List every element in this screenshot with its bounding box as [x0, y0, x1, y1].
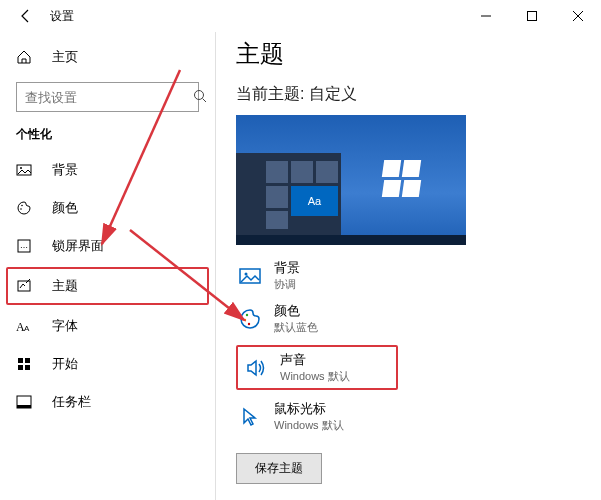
svg-line-5 [203, 98, 207, 102]
svg-point-24 [246, 313, 248, 315]
sidebar-section-label: 个性化 [0, 126, 215, 151]
home-icon [16, 49, 34, 65]
svg-point-7 [20, 167, 22, 169]
sidebar-item-taskbar[interactable]: 任务栏 [0, 383, 215, 421]
sidebar-item-background[interactable]: 背景 [0, 151, 215, 189]
setting-value: 默认蓝色 [274, 320, 318, 335]
back-button[interactable] [16, 6, 36, 26]
palette-icon [236, 305, 264, 333]
svg-point-25 [248, 322, 250, 324]
taskbar-icon [16, 394, 34, 410]
setting-value: Windows 默认 [280, 369, 390, 384]
palette-icon [16, 200, 34, 216]
sidebar-item-label: 主题 [52, 277, 78, 295]
arrow-left-icon [18, 8, 34, 24]
page-title: 主题 [236, 38, 581, 70]
svg-point-9 [21, 205, 23, 207]
window-title: 设置 [50, 8, 74, 25]
setting-title: 背景 [274, 259, 300, 277]
sidebar-item-label: 字体 [52, 317, 78, 335]
minimize-button[interactable] [463, 0, 509, 32]
svg-rect-18 [25, 365, 30, 370]
setting-value: Windows 默认 [274, 418, 344, 433]
svg-rect-15 [18, 358, 23, 363]
search-icon [193, 89, 207, 106]
speaker-icon [242, 354, 270, 382]
setting-title: 声音 [280, 351, 390, 369]
sidebar-item-label: 锁屏界面 [52, 237, 104, 255]
sidebar-item-label: 开始 [52, 355, 78, 373]
sidebar-item-colors[interactable]: 颜色 [0, 189, 215, 227]
svg-point-23 [244, 318, 246, 320]
windows-logo-icon [383, 160, 421, 198]
setting-background[interactable]: 背景 协调 [236, 259, 581, 292]
sidebar-home[interactable]: 主页 [0, 42, 215, 72]
theme-preview: Aa [236, 115, 466, 245]
current-theme-label: 当前主题: 自定义 [236, 84, 581, 105]
svg-rect-12 [18, 281, 30, 291]
svg-rect-1 [528, 12, 537, 21]
svg-text:A: A [24, 324, 30, 333]
maximize-icon [527, 11, 537, 21]
svg-rect-17 [18, 365, 23, 370]
sidebar: 主页 个性化 背景 颜色 ⋯ 锁屏界面 主题 AA 字体 开始 [0, 32, 215, 500]
picture-icon [236, 262, 264, 290]
svg-text:⋯: ⋯ [20, 243, 28, 252]
sidebar-item-label: 任务栏 [52, 393, 91, 411]
close-icon [573, 11, 583, 21]
theme-icon [16, 278, 34, 294]
maximize-button[interactable] [509, 0, 555, 32]
svg-point-8 [20, 208, 22, 210]
svg-rect-16 [25, 358, 30, 363]
sidebar-item-fonts[interactable]: AA 字体 [0, 307, 215, 345]
search-box[interactable] [16, 82, 199, 112]
sidebar-item-lockscreen[interactable]: ⋯ 锁屏界面 [0, 227, 215, 265]
setting-title: 鼠标光标 [274, 400, 344, 418]
picture-icon [16, 162, 34, 178]
setting-sound[interactable]: 声音 Windows 默认 [242, 351, 390, 384]
svg-rect-20 [17, 405, 31, 408]
preview-accent-tile: Aa [291, 186, 338, 216]
setting-cursor[interactable]: 鼠标光标 Windows 默认 [236, 400, 581, 433]
search-input[interactable] [25, 90, 193, 105]
sidebar-item-label: 颜色 [52, 199, 78, 217]
sidebar-home-label: 主页 [52, 48, 78, 66]
lockscreen-icon: ⋯ [16, 238, 34, 254]
setting-value: 协调 [274, 277, 300, 292]
sidebar-item-label: 背景 [52, 161, 78, 179]
start-icon [16, 356, 34, 372]
font-icon: AA [16, 318, 34, 334]
close-button[interactable] [555, 0, 601, 32]
save-theme-button[interactable]: 保存主题 [236, 453, 322, 484]
setting-title: 颜色 [274, 302, 318, 320]
main-content: 主题 当前主题: 自定义 Aa 背景 协调 [216, 32, 601, 500]
setting-color[interactable]: 颜色 默认蓝色 [236, 302, 581, 335]
cursor-icon [236, 403, 264, 431]
minimize-icon [481, 11, 491, 21]
svg-point-4 [195, 90, 204, 99]
sidebar-item-start[interactable]: 开始 [0, 345, 215, 383]
sidebar-item-themes[interactable]: 主题 [6, 267, 209, 305]
